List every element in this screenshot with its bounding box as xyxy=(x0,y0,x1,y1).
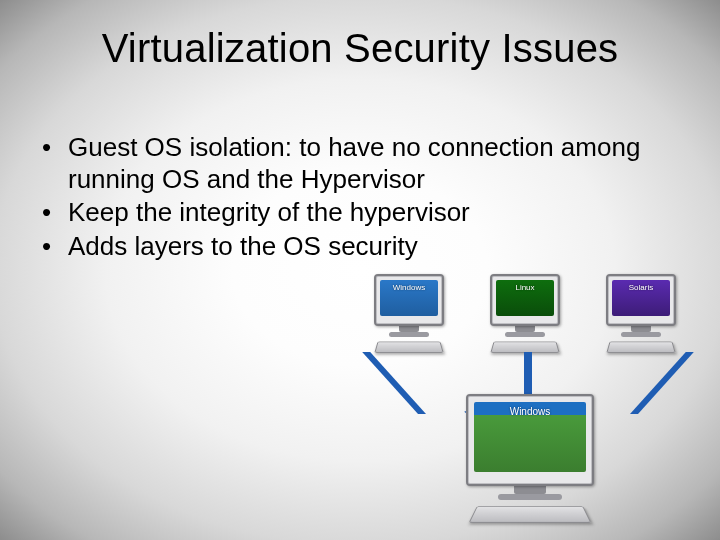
guest-computer: Solaris xyxy=(602,274,680,354)
os-label: Windows xyxy=(380,283,438,292)
virtualization-diagram: Windows Linux Solaris xyxy=(370,274,690,504)
guest-computer: Linux xyxy=(486,274,564,354)
screen: Solaris xyxy=(612,280,670,316)
monitor-icon: Linux xyxy=(490,274,560,326)
bullet-item: Keep the integrity of the hypervisor xyxy=(42,197,678,229)
monitor-icon: Windows xyxy=(374,274,444,326)
screen: Windows xyxy=(380,280,438,316)
slide: Virtualization Security Issues Guest OS … xyxy=(0,0,720,540)
monitor-icon: Solaris xyxy=(606,274,676,326)
slide-title: Virtualization Security Issues xyxy=(0,26,720,71)
screen: Linux xyxy=(496,280,554,316)
monitor-stand-icon xyxy=(514,486,546,494)
host-computer: Windows xyxy=(460,394,600,524)
arrow-icon xyxy=(630,352,694,414)
bullet-list: Guest OS isolation: to have no connectio… xyxy=(42,132,678,263)
screen: Windows xyxy=(474,402,586,472)
os-label: Solaris xyxy=(612,283,670,292)
monitor-base-icon xyxy=(389,332,429,337)
bullet-item: Guest OS isolation: to have no connectio… xyxy=(42,132,678,195)
slide-body: Guest OS isolation: to have no connectio… xyxy=(42,132,678,265)
arrow-icon xyxy=(362,352,426,414)
monitor-base-icon xyxy=(621,332,661,337)
monitor-base-icon xyxy=(498,494,562,500)
guest-computer: Windows xyxy=(370,274,448,354)
os-label: Windows xyxy=(474,406,586,417)
bullet-item: Adds layers to the OS security xyxy=(42,231,678,263)
keyboard-icon xyxy=(469,506,592,522)
os-label: Linux xyxy=(496,283,554,292)
arrow-icon xyxy=(524,352,532,400)
monitor-icon: Windows xyxy=(466,394,594,486)
keyboard-icon xyxy=(606,342,675,353)
monitor-base-icon xyxy=(505,332,545,337)
keyboard-icon xyxy=(374,342,443,353)
